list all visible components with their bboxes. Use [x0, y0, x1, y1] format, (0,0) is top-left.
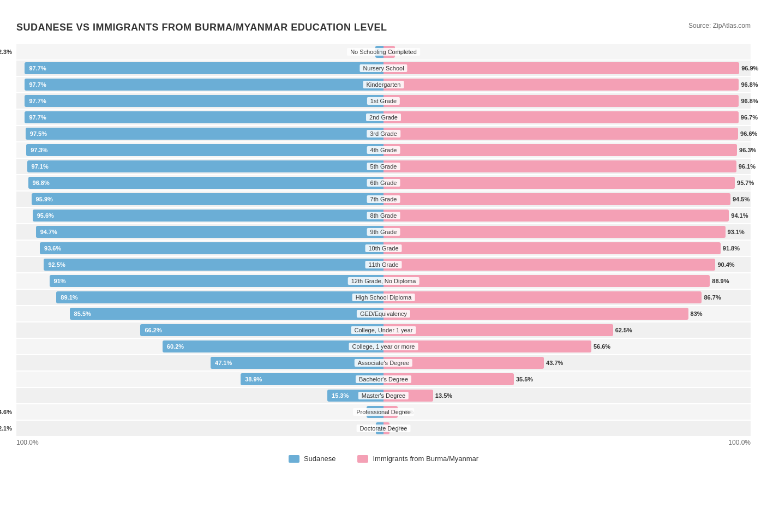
- left-section: 97.3%: [16, 142, 384, 158]
- left-bar-value: 47.1%: [213, 360, 234, 366]
- legend-item-right: Immigrants from Burma/Myanmar: [357, 455, 478, 463]
- left-bar-value: 60.2%: [165, 343, 186, 350]
- right-bar: [384, 226, 726, 238]
- right-bar: [384, 373, 514, 385]
- left-bar-value: 38.9%: [243, 376, 264, 382]
- left-bar: 97.7%: [25, 111, 384, 123]
- left-bar-value: 89.1%: [58, 294, 80, 301]
- right-bar: [384, 242, 721, 254]
- left-bar: 93.6%: [40, 242, 384, 254]
- right-bar-value: 96.3%: [739, 147, 756, 153]
- right-section: 90.4%: [384, 257, 751, 272]
- bars-wrapper: 97.1%96.1%5th Grade: [16, 159, 751, 174]
- left-section: 91%: [16, 273, 384, 289]
- right-section: 96.6%: [384, 126, 751, 141]
- right-bar-value: 96.7%: [741, 114, 758, 121]
- bar-row: 2.1%1.7%Doctorate Degree: [16, 421, 751, 436]
- left-bar: 96.8%: [28, 177, 384, 189]
- left-bar: 66.2%: [140, 324, 384, 336]
- right-bar-value: 13.5%: [435, 392, 452, 399]
- bars-wrapper: 2.3%3.1%No Schooling Completed: [16, 44, 751, 59]
- left-section: 93.6%: [16, 241, 384, 256]
- right-bar: [384, 95, 739, 107]
- right-bar: [384, 259, 715, 271]
- right-section: 62.5%: [384, 322, 751, 338]
- bar-row: 60.2%56.6%College, 1 year or more: [16, 339, 751, 354]
- right-section: 96.3%: [384, 142, 751, 158]
- left-section: 15.3%: [16, 388, 384, 403]
- bars-wrapper: 97.3%96.3%4th Grade: [16, 142, 751, 158]
- left-bar-value: 95.9%: [34, 196, 55, 202]
- right-section: 3.1%: [384, 44, 751, 59]
- left-section: 97.1%: [16, 159, 384, 174]
- right-section: 94.1%: [384, 208, 751, 223]
- bars-wrapper: 85.5%83%GED/Equivalency: [16, 306, 751, 321]
- bar-row: 97.7%96.8%Kindergarten: [16, 77, 751, 92]
- right-bar-value: 96.8%: [741, 98, 758, 104]
- right-bar-value: 1.7%: [392, 425, 405, 432]
- right-bar-value: 93.1%: [728, 229, 745, 235]
- bar-row: 97.7%96.8%1st Grade: [16, 93, 751, 109]
- left-section: 85.5%: [16, 306, 384, 321]
- left-bar: 97.1%: [27, 160, 384, 172]
- right-bar: [384, 275, 710, 287]
- right-bar: [384, 160, 736, 172]
- bar-row: 97.3%96.3%4th Grade: [16, 142, 751, 158]
- left-section: 47.1%: [16, 355, 384, 370]
- bars-wrapper: 92.5%90.4%11th Grade: [16, 257, 751, 272]
- left-bar-value: 91%: [52, 278, 68, 284]
- bars-wrapper: 15.3%13.5%Master's Degree: [16, 388, 751, 403]
- right-section: 96.8%: [384, 93, 751, 109]
- left-bar: 85.5%: [70, 308, 384, 320]
- bar-row: 97.7%96.9%Nursery School: [16, 61, 751, 76]
- axis-left-label: 100.0%: [16, 439, 39, 446]
- left-bar: 95.9%: [32, 193, 384, 205]
- left-section: 66.2%: [16, 322, 384, 338]
- right-section: 43.7%: [384, 355, 751, 370]
- left-section: 97.7%: [16, 61, 384, 76]
- right-section: 1.7%: [384, 421, 751, 436]
- left-section: 2.1%: [16, 421, 384, 436]
- bars-wrapper: 66.2%62.5%College, Under 1 year: [16, 322, 751, 338]
- left-bar: [376, 422, 384, 434]
- bars-wrapper: 96.8%95.7%6th Grade: [16, 175, 751, 190]
- right-bar-value: 56.6%: [594, 343, 610, 350]
- bar-row: 85.5%83%GED/Equivalency: [16, 306, 751, 321]
- right-section: 95.7%: [384, 175, 751, 190]
- left-bar-value: 97.7%: [27, 81, 48, 88]
- left-section: 95.6%: [16, 208, 384, 223]
- left-section: 89.1%: [16, 290, 384, 305]
- left-bar: 97.7%: [25, 62, 384, 74]
- left-section: 60.2%: [16, 339, 384, 354]
- left-bar: 97.7%: [25, 95, 384, 107]
- legend-label-right: Immigrants from Burma/Myanmar: [373, 455, 478, 463]
- bars-wrapper: 4.6%3.9%Professional Degree: [16, 404, 751, 420]
- right-bar: [384, 357, 544, 369]
- right-bar-value: 43.7%: [546, 360, 563, 366]
- right-section: 83%: [384, 306, 751, 321]
- right-section: 86.7%: [384, 290, 751, 305]
- left-bar: [367, 406, 384, 418]
- right-bar: [384, 177, 735, 189]
- chart-title: SUDANESE VS IMMIGRANTS FROM BURMA/MYANMA…: [16, 22, 387, 33]
- chart-header: SUDANESE VS IMMIGRANTS FROM BURMA/MYANMA…: [16, 22, 751, 33]
- left-section: 97.5%: [16, 126, 384, 141]
- right-bar-value: 86.7%: [704, 294, 721, 301]
- bars-wrapper: 97.7%96.9%Nursery School: [16, 61, 751, 76]
- right-section: 96.7%: [384, 110, 751, 125]
- right-bar-value: 96.9%: [741, 65, 758, 71]
- left-bar-value: 2.3%: [0, 49, 14, 55]
- right-section: 91.8%: [384, 241, 751, 256]
- left-bar: 38.9%: [241, 373, 384, 385]
- legend-label-left: Sudanese: [304, 455, 336, 463]
- right-bar: [384, 324, 613, 336]
- left-bar-value: 93.6%: [42, 245, 63, 252]
- bars-wrapper: 2.1%1.7%Doctorate Degree: [16, 421, 751, 436]
- bars-wrapper: 95.6%94.1%8th Grade: [16, 208, 751, 223]
- left-section: 97.7%: [16, 93, 384, 109]
- bar-row: 66.2%62.5%College, Under 1 year: [16, 322, 751, 338]
- right-bar-value: 96.1%: [739, 163, 756, 170]
- left-bar-value: 94.7%: [38, 229, 59, 235]
- right-bar-value: 94.1%: [731, 212, 748, 219]
- right-bar: [384, 390, 433, 402]
